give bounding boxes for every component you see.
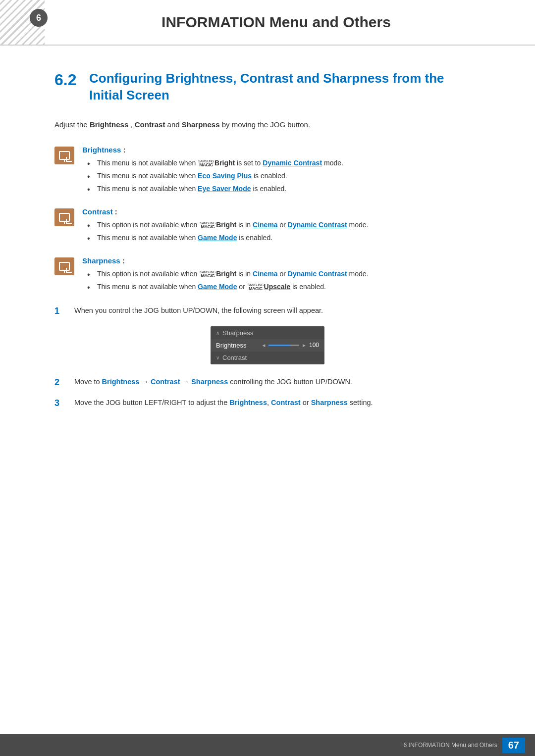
brightness-bullets: This menu is not available when SAMSUNG …	[82, 158, 481, 194]
osd-left-arrow: ◄	[262, 343, 267, 348]
bullet-item: This menu is not available when Eye Save…	[87, 184, 481, 194]
osd-container: ∧ Sharpness Brightness ◄ ► 100	[54, 326, 481, 364]
step-3-text: Move the JOG button LEFT/RIGHT to adjust…	[74, 398, 481, 408]
sharpness-label: Sharpness :	[82, 256, 481, 265]
osd-row-contrast: ∨ Contrast	[211, 352, 324, 364]
osd-bar-track	[268, 345, 299, 346]
bullet-item: This menu is not available when Game Mod…	[87, 233, 481, 243]
brightness-content: Brightness : This menu is not available …	[82, 146, 481, 197]
contrast-block: Contrast : This option is not available …	[54, 207, 481, 246]
osd-sharpness-label: Sharpness	[222, 329, 319, 337]
bullet-item: This option is not available when SAMSUN…	[87, 269, 481, 279]
samsung-magic-brand-2: SAMSUNG MAGIC	[200, 221, 215, 229]
contrast-content: Contrast : This option is not available …	[82, 207, 481, 246]
sharpness-icon	[54, 257, 74, 275]
intro-brightness: Brightness	[90, 120, 128, 129]
section-heading: 6.2 Configuring Brightness, Contrast and…	[54, 70, 481, 104]
steps-section: 1 When you control the JOG button UP/DOW…	[54, 305, 481, 408]
intro-text-after: by moving the JOG button.	[222, 120, 310, 129]
section-number: 6.2	[54, 70, 79, 89]
section-title: Configuring Brightness, Contrast and Sha…	[89, 70, 481, 104]
sharpness-block: Sharpness : This option is not available…	[54, 256, 481, 295]
chapter-number: 6	[36, 13, 41, 23]
osd-row-brightness: Brightness ◄ ► 100	[211, 339, 324, 352]
page: 6 INFORMATION Menu and Others 6.2 Config…	[0, 0, 535, 756]
osd-contrast-label: Contrast	[222, 354, 319, 361]
intro-paragraph: Adjust the Brightness , Contrast and Sha…	[54, 119, 481, 131]
step-2-text: Move to Brightness → Contrast → Sharpnes…	[74, 377, 481, 388]
step-2: 2 Move to Brightness → Contrast → Sharpn…	[54, 377, 481, 388]
osd-brightness-label: Brightness	[216, 342, 262, 349]
bullet-item: This menu is not available when Game Mod…	[87, 282, 481, 292]
bullet-item: This menu is not available when Eco Savi…	[87, 171, 481, 181]
step-1-number: 1	[54, 306, 69, 316]
chapter-circle: 6	[30, 9, 48, 27]
step-3: 3 Move the JOG button LEFT/RIGHT to adju…	[54, 398, 481, 408]
step-1-text: When you control the JOG button UP/DOWN,…	[74, 305, 481, 316]
osd-brightness-bar: ◄ ►	[262, 343, 307, 348]
step-2-number: 2	[54, 377, 69, 388]
intro-comma1: ,	[130, 120, 134, 129]
intro-contrast: Contrast	[135, 120, 165, 129]
samsung-magic-brand-4: SAMSUNG MAGIC	[248, 283, 264, 291]
osd-panel: ∧ Sharpness Brightness ◄ ► 100	[211, 326, 324, 364]
contrast-label: Contrast :	[82, 207, 481, 216]
bullet-item: This menu is not available when SAMSUNG …	[87, 158, 481, 168]
sharpness-bullets: This option is not available when SAMSUN…	[82, 269, 481, 292]
osd-right-arrow: ►	[302, 343, 307, 348]
osd-bar-fill	[268, 345, 290, 346]
intro-text-before: Adjust the	[54, 120, 90, 129]
samsung-magic-brand-3: SAMSUNG MAGIC	[200, 270, 215, 278]
page-header: INFORMATION Menu and Others	[0, 0, 535, 46]
brightness-icon-inner	[59, 151, 70, 160]
footer-page-number: 67	[502, 738, 525, 753]
page-footer: 6 INFORMATION Menu and Others 67	[0, 734, 535, 756]
osd-row-sharpness: ∧ Sharpness	[211, 327, 324, 339]
main-content: 6.2 Configuring Brightness, Contrast and…	[0, 46, 535, 458]
contrast-icon-inner	[59, 213, 70, 222]
step-3-number: 3	[54, 398, 69, 408]
osd-brightness-value: 100	[307, 342, 319, 349]
contrast-bullets: This option is not available when SAMSUN…	[82, 220, 481, 243]
sharpness-content: Sharpness : This option is not available…	[82, 256, 481, 295]
contrast-icon	[54, 208, 74, 226]
brightness-icon	[54, 147, 74, 164]
sharpness-icon-inner	[59, 262, 70, 271]
page-title: INFORMATION Menu and Others	[57, 14, 495, 31]
intro-and: and	[167, 120, 182, 129]
osd-up-arrow: ∧	[216, 330, 219, 336]
footer-text: 6 INFORMATION Menu and Others	[404, 742, 497, 749]
brightness-block: Brightness : This menu is not available …	[54, 146, 481, 197]
brightness-label: Brightness :	[82, 146, 481, 154]
osd-down-arrow: ∨	[216, 355, 219, 360]
intro-sharpness: Sharpness	[182, 120, 220, 129]
samsung-magic-brand: SAMSUNG MAGIC	[198, 159, 214, 167]
step-1: 1 When you control the JOG button UP/DOW…	[54, 305, 481, 316]
bullet-item: This option is not available when SAMSUN…	[87, 220, 481, 230]
